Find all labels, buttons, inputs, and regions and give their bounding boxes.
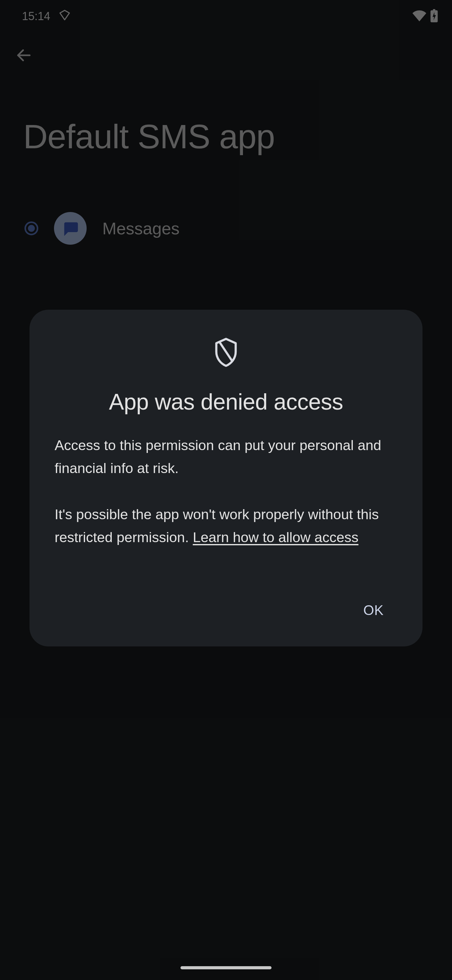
navigation-handle[interactable] [181,966,271,969]
svg-line-5 [219,342,232,361]
learn-how-link[interactable]: Learn how to allow access [193,529,358,545]
dialog-body-paragraph-1: Access to this permission can put your p… [55,434,397,480]
dialog-actions: OK [55,596,397,624]
ok-button[interactable]: OK [349,596,397,624]
dialog-body: Access to this permission can put your p… [55,434,397,549]
dialog-body-paragraph-2: It's possible the app won't work properl… [55,503,397,549]
dialog-title: App was denied access [55,389,397,415]
shield-warning-icon [55,337,397,367]
permission-denied-dialog: App was denied access Access to this per… [30,310,422,646]
